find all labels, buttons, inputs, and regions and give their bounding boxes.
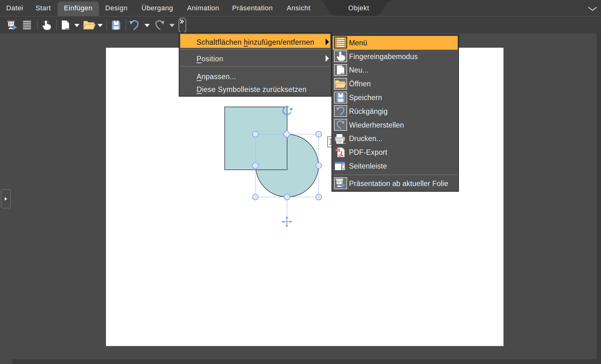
svg-text:PDF: PDF [336,149,341,151]
